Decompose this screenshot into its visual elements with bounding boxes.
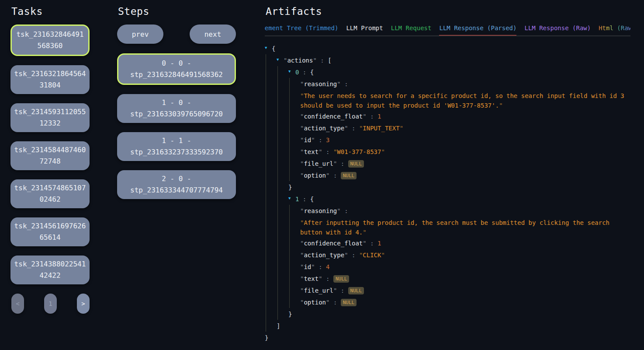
json-string: W01-377-8537 (337, 148, 381, 155)
json-key: id (304, 263, 311, 270)
json-row-content: "option" : NULL (300, 169, 630, 181)
artifact-tab[interactable]: Html (Raw) (599, 24, 630, 36)
indent-guide (277, 193, 288, 205)
json-row: "option" : NULL (265, 296, 630, 308)
json-string-quote: " (499, 102, 502, 109)
json-row: "After inputting the product id, the sea… (265, 217, 630, 237)
step-item-button[interactable]: 2 - 0 -stp_231633344707774794 (117, 170, 236, 199)
indent-guide (265, 205, 277, 217)
json-tree-viewer: ▼{▼"actions" : [▼0 : {"reasoning" :"The … (265, 42, 630, 343)
indent-guide (265, 320, 277, 332)
json-brace: } (265, 334, 268, 341)
task-item-button[interactable]: tsk_231459311205512332 (10, 103, 90, 132)
task-item-button[interactable]: tsk_231457486510702462 (10, 179, 90, 208)
json-key: file_url (304, 287, 333, 294)
indent-guide (265, 110, 277, 122)
task-item-button[interactable]: tsk_231458448746072748 (10, 141, 90, 170)
collapse-arrow-icon[interactable]: ▼ (265, 42, 272, 54)
pagination-prev-button[interactable]: < (11, 294, 24, 314)
indent-guide (277, 78, 288, 90)
indent-guide (265, 146, 277, 158)
indent-guide (288, 249, 300, 261)
json-brace: } (288, 311, 292, 318)
indent-guide (277, 237, 288, 249)
json-punctuation: : (337, 160, 348, 167)
steps-title: Steps (118, 6, 236, 17)
json-row: "action_type" : "CLICK" (265, 249, 630, 261)
indent-guide (277, 169, 288, 181)
pagination-next-button[interactable]: > (77, 294, 90, 314)
indent-guide (288, 296, 300, 308)
indent-guide (265, 158, 277, 169)
step-item-button[interactable]: 0 - 0 -stp_231632846491568362 (117, 53, 236, 85)
indent-guide (288, 261, 300, 273)
json-row: "id" : 3 (265, 134, 630, 146)
collapse-arrow-icon[interactable]: ▼ (277, 54, 284, 66)
json-brace: { (272, 45, 275, 52)
json-key: option (304, 172, 326, 179)
json-row: "The user needs to search for a specific… (265, 90, 630, 110)
indent-guide (265, 237, 277, 249)
pagination-page-button[interactable]: 1 (44, 294, 57, 314)
json-number: 1 (377, 240, 381, 247)
json-key: actions (287, 57, 313, 64)
json-row-content: "text" : "W01-377-8537" (300, 146, 630, 158)
json-row-content: "The user needs to search for a specific… (300, 90, 630, 110)
json-string: The user needs to search for a specific … (300, 92, 628, 109)
artifact-tab[interactable]: LLM Response (Raw) (524, 24, 591, 36)
json-punctuation: : (337, 287, 348, 294)
json-brace: [ (328, 57, 331, 64)
collapse-arrow-icon[interactable]: ▼ (288, 193, 295, 205)
json-row: "confidence_float" : 1 (265, 237, 630, 249)
task-item-button[interactable]: tsk_231456169762665614 (10, 217, 90, 246)
json-row-content: "After inputting the product id, the sea… (300, 217, 630, 237)
collapse-arrow-icon[interactable]: ▼ (288, 66, 295, 78)
json-string: After inputting the product id, the sear… (300, 219, 613, 236)
indent-guide (277, 308, 288, 320)
indent-guide (265, 284, 277, 296)
step-id: stp_231633039765096720 (130, 110, 223, 118)
json-brace: { (310, 69, 314, 76)
indent-guide (288, 134, 300, 146)
json-row-content: ] (277, 320, 630, 332)
tasks-panel: Tasks tsk_231632846491568360tsk_23163218… (10, 0, 90, 314)
json-row-content: "text" : NULL (300, 273, 630, 284)
artifact-tab[interactable]: Element Tree (Trimmed) (265, 24, 338, 36)
indent-guide (277, 90, 288, 110)
json-punctuation: : (348, 125, 359, 132)
json-key: file_url (304, 160, 333, 167)
json-string: CLICK (363, 252, 381, 259)
json-row: "confidence_float" : 1 (265, 110, 630, 122)
step-item-button[interactable]: 1 - 0 -stp_231633039765096720 (117, 94, 236, 123)
artifact-tab[interactable]: LLM Request (391, 24, 432, 36)
json-row-content: "id" : 3 (300, 134, 630, 146)
task-item-button[interactable]: tsk_231438802254142422 (10, 256, 90, 284)
json-row: "reasoning" : (265, 205, 630, 217)
step-item-button[interactable]: 1 - 1 -stp_231633237333592370 (117, 132, 236, 161)
json-row-content: "action_type" : "INPUT_TEXT" (300, 122, 630, 134)
indent-guide (265, 90, 277, 110)
json-row-content: } (288, 308, 630, 320)
steps-next-button[interactable]: next (190, 24, 236, 44)
step-id: stp_231633237333592370 (130, 148, 223, 156)
json-punctuation: : (299, 196, 310, 203)
steps-prev-button[interactable]: prev (117, 24, 163, 44)
task-item-button[interactable]: tsk_231632846491568360 (10, 24, 90, 56)
indent-guide (265, 66, 277, 78)
step-coords: 2 - 0 - (162, 175, 191, 183)
indent-guide (265, 217, 277, 237)
task-item-button[interactable]: tsk_231632186456431804 (10, 65, 90, 94)
json-row-content: } (265, 332, 630, 343)
json-key-quote: " (337, 80, 340, 88)
json-punctuation: : (329, 299, 340, 306)
json-punctuation: : (329, 172, 340, 179)
artifact-tab[interactable]: LLM Response (Parsed) (439, 24, 516, 36)
json-key-quote: " (319, 275, 322, 282)
json-punctuation: : (315, 136, 326, 144)
indent-guide (265, 273, 277, 284)
json-row: ▼0 : { (265, 66, 630, 78)
json-row-content: "reasoning" : (300, 205, 630, 217)
step-coords: 1 - 1 - (162, 136, 191, 145)
json-row: } (265, 308, 630, 320)
artifact-tab[interactable]: LLM Prompt (346, 24, 383, 36)
